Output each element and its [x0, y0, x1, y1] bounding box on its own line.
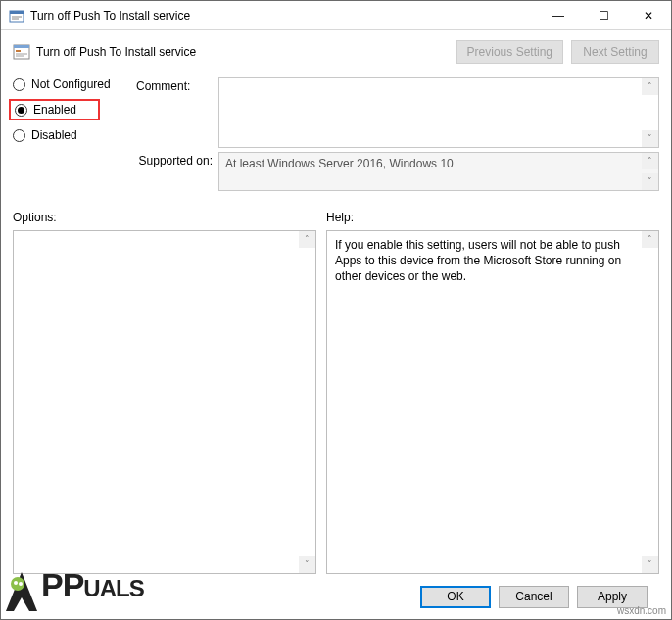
svg-point-11 — [19, 582, 23, 586]
options-label: Options: — [13, 211, 326, 224]
scroll-up-icon[interactable]: ˄ — [642, 231, 658, 248]
brand-mascot-icon — [2, 570, 41, 616]
previous-setting-button[interactable]: Previous Setting — [456, 40, 563, 64]
policy-title: Turn off Push To Install service — [36, 45, 449, 59]
scroll-down-icon[interactable]: ˅ — [299, 556, 315, 573]
comment-label: Comment: — [136, 77, 213, 93]
header-row: Turn off Push To Install service Previou… — [13, 40, 659, 64]
svg-point-10 — [14, 581, 18, 585]
brand-logo: PPUALS — [2, 566, 144, 616]
close-button[interactable]: ✕ — [626, 1, 671, 29]
app-icon — [9, 8, 24, 24]
state-radio-group: Not Configured Enabled Disabled — [13, 77, 130, 142]
window-title: Turn off Push To Install service — [30, 9, 536, 23]
radio-not-configured[interactable]: Not Configured — [13, 77, 130, 91]
settings-grid: Not Configured Enabled Disabled Comment:… — [13, 77, 659, 195]
radio-circle-icon — [15, 104, 27, 117]
ok-button[interactable]: OK — [420, 586, 491, 608]
options-pane: ˄ ˅ — [13, 230, 316, 574]
radio-label: Enabled — [33, 103, 76, 117]
radio-circle-icon — [13, 129, 25, 142]
help-pane: If you enable this setting, users will n… — [326, 230, 659, 574]
section-labels: Options: Help: — [13, 211, 659, 224]
scroll-up-icon[interactable]: ˄ — [642, 153, 658, 169]
radio-circle-icon — [13, 78, 25, 91]
scroll-down-icon[interactable]: ˅ — [642, 130, 658, 147]
scroll-up-icon[interactable]: ˄ — [642, 78, 658, 95]
brand-text-2: UALS — [83, 575, 143, 601]
svg-rect-5 — [14, 45, 29, 48]
scroll-up-icon[interactable]: ˄ — [299, 231, 315, 248]
cancel-button[interactable]: Cancel — [499, 586, 569, 608]
panes-row: ˄ ˅ If you enable this setting, users wi… — [13, 230, 659, 574]
watermark-text: wsxdn.com — [617, 605, 666, 616]
radio-disabled[interactable]: Disabled — [13, 128, 130, 142]
help-label: Help: — [326, 211, 659, 224]
dialog-window: Turn off Push To Install service — ☐ ✕ T… — [0, 0, 672, 620]
titlebar: Turn off Push To Install service — ☐ ✕ — [1, 1, 671, 30]
content-area: Turn off Push To Install service Previou… — [1, 30, 671, 619]
radio-label: Disabled — [31, 128, 77, 142]
maximize-button[interactable]: ☐ — [581, 1, 626, 29]
supported-on-value: At least Windows Server 2016, Windows 10 — [225, 157, 454, 170]
brand-text-1: PP — [41, 566, 83, 603]
help-text: If you enable this setting, users will n… — [335, 237, 639, 285]
minimize-button[interactable]: — — [536, 1, 581, 29]
supported-on-label: Supported on: — [136, 152, 213, 167]
radio-enabled[interactable]: Enabled — [11, 103, 76, 117]
scroll-down-icon[interactable]: ˅ — [642, 173, 658, 190]
scroll-down-icon[interactable]: ˅ — [642, 556, 658, 573]
comment-textarea[interactable]: ˄ ˅ — [218, 77, 659, 148]
policy-icon — [13, 43, 30, 61]
supported-on-text: At least Windows Server 2016, Windows 10… — [218, 152, 659, 191]
highlight-annotation: Enabled — [9, 99, 100, 120]
svg-rect-1 — [10, 11, 24, 14]
next-setting-button[interactable]: Next Setting — [571, 40, 659, 64]
radio-label: Not Configured — [31, 77, 111, 91]
svg-rect-6 — [16, 50, 21, 52]
